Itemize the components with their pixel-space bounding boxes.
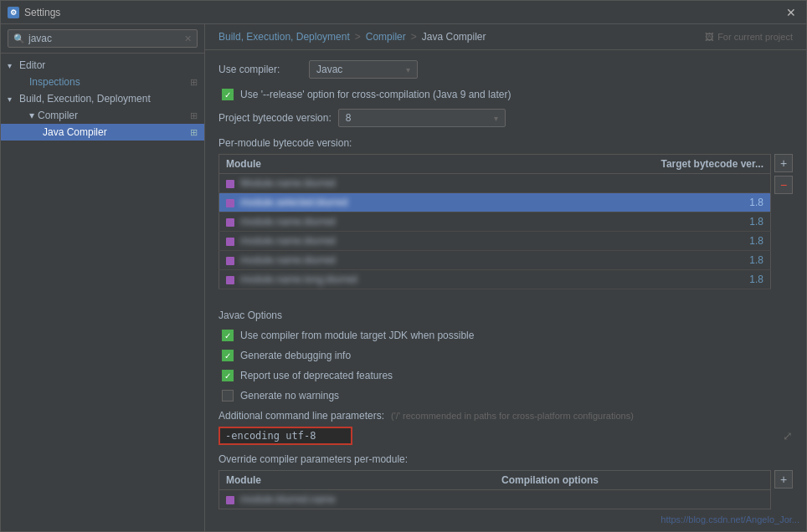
arrow-icon: ▾ [8,95,16,104]
close-button[interactable]: ✕ [783,6,799,19]
title-bar-left: ⚙ Settings [8,7,60,18]
table-row[interactable]: module.name.long.blurred 1.8 [219,270,771,289]
sidebar-item-java-compiler[interactable]: ▾ Java Compiler ⊞ [1,124,204,141]
sidebar-item-compiler[interactable]: ▾ ▾ Compiler ⊞ [1,107,204,124]
use-compiler-row: Use compiler: Javac ▾ [218,60,793,79]
expand-icon[interactable]: ⤢ [783,429,793,442]
sidebar-item-compiler-label: Compiler [38,110,78,121]
cmdline-input-row: ⤢ [218,427,793,445]
module-icon [226,276,234,284]
app-icon: ⚙ [8,7,19,18]
checkbox-row-module-target: ✓ Use compiler from module target JDK wh… [218,330,793,341]
breadcrumb-sep-1: > [355,31,361,43]
override-action-buttons: + [774,470,793,509]
target-version: 1.8 [525,251,770,270]
breadcrumb-compiler[interactable]: Compiler [366,31,406,43]
sidebar-item-build[interactable]: ▾ Build, Execution, Deployment [1,90,204,107]
table-row[interactable]: Module.name.blurred [219,174,771,193]
module-name-text: Module.name.blurred [240,177,335,189]
table-row[interactable]: module.name.blurred 1.8 [219,212,771,232]
javac-options-title: Javac Options [218,309,793,321]
module-icon [226,496,234,504]
add-module-button[interactable]: + [774,154,793,172]
table-action-buttons: + − [774,154,793,299]
compiler-arrow: ▾ [19,110,34,121]
module-name: module.name.blurred [219,251,526,270]
target-version [525,174,770,193]
release-option-checkbox[interactable]: ✓ [222,89,234,100]
compiler-select[interactable]: Javac ▾ [309,60,418,79]
cmdline-input[interactable] [218,427,352,445]
bytecode-select[interactable]: 8 ▾ [338,109,506,127]
bytecode-version-row: Project bytecode version: 8 ▾ [218,109,793,127]
checkbox-row-deprecated: ✓ Report use of deprecated features [218,370,793,381]
override-table: Module Compilation options module.blurre… [218,470,771,509]
release-option-label: Use '--release' option for cross-compila… [240,89,511,100]
override-options [495,490,771,509]
module-name: module.name.blurred [219,212,526,232]
override-label: Override compiler parameters per-module: [218,453,793,465]
sidebar-item-java-compiler-label: Java Compiler [19,126,107,138]
module-icon [226,180,234,188]
col-target: Target bytecode ver... [525,155,770,174]
checkbox-deprecated[interactable]: ✓ [222,370,234,381]
checkbox-deprecated-label: Report use of deprecated features [240,370,393,381]
search-icon: 🔍 [13,33,25,44]
checkbox-no-warnings[interactable] [222,390,234,402]
table-row[interactable]: module.selected.blurred 1.8 [219,193,771,212]
module-name: module.name.blurred [219,232,526,251]
window-title: Settings [24,7,60,18]
project-icon: 🖼 [705,32,714,42]
check-icon: ✓ [224,351,231,361]
checkbox-module-target-label: Use compiler from module target JDK when… [240,330,474,341]
table-row[interactable]: module.name.blurred 1.8 [219,251,771,270]
settings-window: ⚙ Settings ✕ 🔍 ✕ ▾ Editor [0,0,807,532]
per-module-label: Per-module bytecode version: [218,137,793,149]
breadcrumb-project: 🖼 For current project [705,32,793,42]
search-input[interactable] [28,33,181,44]
module-name-text: module.name.blurred [240,254,335,266]
checkbox-row-no-warnings: Generate no warnings [218,390,793,402]
module-name-text: module.selected.blurred [240,197,347,208]
target-version: 1.8 [525,212,770,232]
checkbox-debug[interactable]: ✓ [222,350,234,361]
module-name-text: module.name.long.blurred [240,274,357,285]
watermark: https://blog.csdn.net/Angelo_Jor... [661,514,799,524]
override-module: module.blurred.name [219,490,496,509]
override-table-wrapper: Module Compilation options module.blurre… [218,470,771,509]
override-col-module: Module [219,471,496,490]
override-row[interactable]: module.blurred.name [219,490,771,509]
copy-icon: ⊞ [190,110,198,121]
module-icon [226,218,234,227]
check-icon: ✓ [224,90,231,100]
breadcrumb-build[interactable]: Build, Execution, Deployment [218,31,350,43]
sidebar-item-editor-label: Editor [19,59,45,71]
breadcrumb-project-label: For current project [717,32,793,42]
copy-icon: ⊞ [190,127,198,138]
target-version: 1.8 [525,270,770,289]
module-name-text: module.name.blurred [240,235,335,247]
remove-module-button[interactable]: − [774,176,793,194]
module-name: Module.name.blurred [219,174,526,193]
sidebar-item-inspections[interactable]: ▾ Inspections ⊞ [1,74,204,90]
sidebar-item-editor[interactable]: ▾ Editor [1,57,204,74]
add-override-button[interactable]: + [774,470,793,489]
module-icon [226,257,234,265]
main-content: 🔍 ✕ ▾ Editor ▾ Inspections ⊞ [1,24,806,531]
override-col-options: Compilation options [495,471,771,490]
module-name: module.name.long.blurred [219,270,526,289]
panel-content: Use compiler: Javac ▾ ✓ Use '--release' … [205,50,806,531]
breadcrumb-sep-2: > [411,31,417,43]
module-icon [226,199,234,207]
table-wrapper: Module Target bytecode ver... Module.nam… [218,154,771,299]
sidebar-tree: ▾ Editor ▾ Inspections ⊞ ▾ Build, Execut… [1,54,204,531]
override-table-container: Module Compilation options module.blurre… [218,470,793,509]
bytecode-value: 8 [346,112,352,124]
clear-search-icon[interactable]: ✕ [184,33,192,44]
check-icon: ✓ [224,331,231,340]
cmdline-label-row: Additional command line parameters: ('/'… [218,410,793,422]
search-bar: 🔍 ✕ [1,24,204,54]
arrow-icon: ▾ [8,61,16,70]
table-row[interactable]: module.name.blurred 1.8 [219,232,771,251]
checkbox-module-target[interactable]: ✓ [222,330,234,341]
